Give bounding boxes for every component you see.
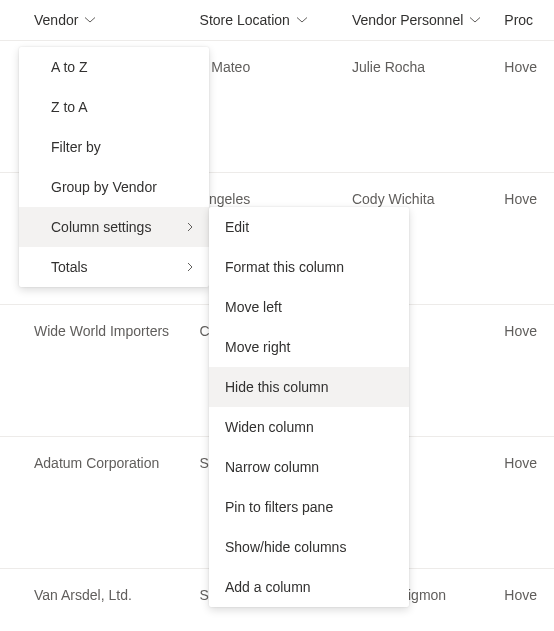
chevron-down-icon <box>296 14 308 26</box>
column-header-label: Vendor Personnel <box>352 12 463 28</box>
submenu-item-format[interactable]: Format this column <box>209 247 409 287</box>
submenu-item-hide-column[interactable]: Hide this column <box>209 367 409 407</box>
submenu-item-narrow[interactable]: Narrow column <box>209 447 409 487</box>
cell-product: Hove <box>496 569 554 631</box>
chevron-right-icon <box>185 259 195 275</box>
cell-product: Hove <box>496 437 554 568</box>
column-context-menu: A to Z Z to A Filter by Group by Vendor … <box>19 47 209 287</box>
menu-item-label: A to Z <box>51 59 88 75</box>
chevron-right-icon <box>185 219 195 235</box>
menu-item-label: Column settings <box>51 219 151 235</box>
submenu-item-add-column[interactable]: Add a column <box>209 567 409 607</box>
menu-item-column-settings[interactable]: Column settings <box>19 207 209 247</box>
menu-item-label: Totals <box>51 259 88 275</box>
cell-product: Hove <box>496 41 554 172</box>
submenu-item-label: Edit <box>225 219 249 235</box>
chevron-down-icon <box>469 14 481 26</box>
column-header-store-location[interactable]: Store Location <box>192 0 344 40</box>
submenu-item-label: Move left <box>225 299 282 315</box>
submenu-item-pin[interactable]: Pin to filters pane <box>209 487 409 527</box>
submenu-item-label: Hide this column <box>225 379 329 395</box>
cell-product: Hove <box>496 173 554 304</box>
menu-item-label: Z to A <box>51 99 88 115</box>
cell-store-location: n Mateo <box>192 41 344 172</box>
submenu-item-label: Show/hide columns <box>225 539 346 555</box>
submenu-item-label: Widen column <box>225 419 314 435</box>
submenu-item-label: Narrow column <box>225 459 319 475</box>
column-header-product[interactable]: Proc <box>496 0 554 40</box>
menu-item-label: Filter by <box>51 139 101 155</box>
submenu-item-show-hide[interactable]: Show/hide columns <box>209 527 409 567</box>
menu-item-z-to-a[interactable]: Z to A <box>19 87 209 127</box>
cell-vendor: Van Arsdel, Ltd. <box>0 569 192 631</box>
menu-item-label: Group by Vendor <box>51 179 157 195</box>
submenu-item-move-right[interactable]: Move right <box>209 327 409 367</box>
column-header-label: Store Location <box>200 12 290 28</box>
column-header-label: Proc <box>504 12 533 28</box>
menu-item-filter-by[interactable]: Filter by <box>19 127 209 167</box>
menu-item-totals[interactable]: Totals <box>19 247 209 287</box>
cell-product: Hove <box>496 305 554 436</box>
submenu-item-label: Move right <box>225 339 290 355</box>
submenu-item-label: Pin to filters pane <box>225 499 333 515</box>
chevron-down-icon <box>84 14 96 26</box>
column-header-vendor[interactable]: Vendor <box>0 0 192 40</box>
submenu-item-widen[interactable]: Widen column <box>209 407 409 447</box>
cell-vendor: Adatum Corporation <box>0 437 192 568</box>
column-header-row: Vendor Store Location Vendor Personnel P… <box>0 0 554 41</box>
submenu-item-label: Format this column <box>225 259 344 275</box>
menu-item-group-by[interactable]: Group by Vendor <box>19 167 209 207</box>
column-settings-submenu: Edit Format this column Move left Move r… <box>209 207 409 607</box>
cell-vendor: Wide World Importers <box>0 305 192 436</box>
submenu-item-edit[interactable]: Edit <box>209 207 409 247</box>
menu-item-a-to-z[interactable]: A to Z <box>19 47 209 87</box>
column-header-vendor-personnel[interactable]: Vendor Personnel <box>344 0 496 40</box>
cell-vendor-personnel: Julie Rocha <box>344 41 496 172</box>
submenu-item-move-left[interactable]: Move left <box>209 287 409 327</box>
submenu-item-label: Add a column <box>225 579 311 595</box>
column-header-label: Vendor <box>34 12 78 28</box>
